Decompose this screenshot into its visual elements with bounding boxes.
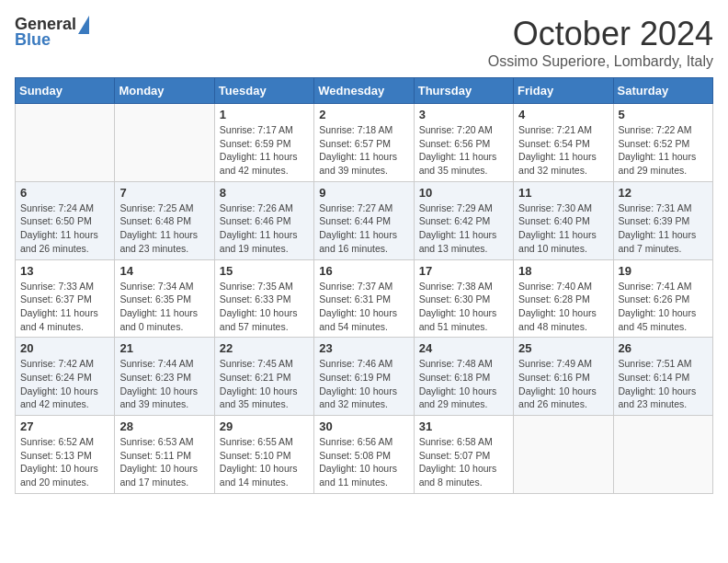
calendar-week-row: 27Sunrise: 6:52 AM Sunset: 5:13 PM Dayli… <box>16 416 713 494</box>
day-number: 3 <box>419 108 508 121</box>
calendar-day-cell: 19Sunrise: 7:41 AM Sunset: 6:26 PM Dayli… <box>613 259 712 338</box>
calendar-day-header: Tuesday <box>214 78 313 104</box>
calendar-day-header: Sunday <box>16 78 115 104</box>
day-info: Sunrise: 7:17 AM Sunset: 6:59 PM Dayligh… <box>220 123 309 178</box>
calendar-day-cell: 21Sunrise: 7:44 AM Sunset: 6:23 PM Dayli… <box>115 338 214 416</box>
day-info: Sunrise: 7:18 AM Sunset: 6:57 PM Dayligh… <box>319 123 408 178</box>
calendar-day-cell <box>115 104 214 182</box>
day-info: Sunrise: 6:55 AM Sunset: 5:10 PM Dayligh… <box>220 435 309 489</box>
day-info: Sunrise: 7:34 AM Sunset: 6:35 PM Dayligh… <box>119 280 209 334</box>
day-info: Sunrise: 7:21 AM Sunset: 6:54 PM Dayligh… <box>518 123 608 178</box>
calendar-day-cell: 23Sunrise: 7:46 AM Sunset: 6:19 PM Dayli… <box>314 338 414 416</box>
calendar-day-cell: 3Sunrise: 7:20 AM Sunset: 6:56 PM Daylig… <box>414 104 513 182</box>
day-number: 27 <box>20 419 109 433</box>
calendar-day-cell: 28Sunrise: 6:53 AM Sunset: 5:11 PM Dayli… <box>115 416 214 494</box>
day-number: 31 <box>419 419 508 433</box>
day-info: Sunrise: 7:41 AM Sunset: 6:26 PM Dayligh… <box>619 280 708 334</box>
day-info: Sunrise: 7:49 AM Sunset: 6:16 PM Dayligh… <box>518 357 608 411</box>
day-number: 29 <box>220 419 309 433</box>
calendar-day-cell: 22Sunrise: 7:45 AM Sunset: 6:21 PM Dayli… <box>214 338 313 416</box>
day-number: 25 <box>518 341 608 355</box>
day-number: 2 <box>319 108 408 121</box>
day-info: Sunrise: 7:46 AM Sunset: 6:19 PM Dayligh… <box>319 357 408 411</box>
day-info: Sunrise: 7:22 AM Sunset: 6:52 PM Dayligh… <box>619 123 708 178</box>
day-number: 16 <box>319 264 408 278</box>
calendar-day-cell: 1Sunrise: 7:17 AM Sunset: 6:59 PM Daylig… <box>214 104 313 182</box>
day-info: Sunrise: 7:20 AM Sunset: 6:56 PM Dayligh… <box>419 123 508 178</box>
day-info: Sunrise: 7:45 AM Sunset: 6:21 PM Dayligh… <box>220 357 309 411</box>
calendar-day-cell: 31Sunrise: 6:58 AM Sunset: 5:07 PM Dayli… <box>414 416 513 494</box>
calendar-header-row: SundayMondayTuesdayWednesdayThursdayFrid… <box>16 78 713 104</box>
day-info: Sunrise: 7:27 AM Sunset: 6:44 PM Dayligh… <box>319 201 408 256</box>
day-info: Sunrise: 7:40 AM Sunset: 6:28 PM Dayligh… <box>518 280 608 334</box>
day-info: Sunrise: 7:24 AM Sunset: 6:50 PM Dayligh… <box>20 201 109 256</box>
logo-blue: Blue <box>15 30 51 50</box>
calendar-day-cell: 15Sunrise: 7:35 AM Sunset: 6:33 PM Dayli… <box>214 259 313 338</box>
calendar-day-cell: 8Sunrise: 7:26 AM Sunset: 6:46 PM Daylig… <box>214 181 313 259</box>
day-info: Sunrise: 6:56 AM Sunset: 5:08 PM Dayligh… <box>319 435 408 489</box>
day-info: Sunrise: 7:51 AM Sunset: 6:14 PM Dayligh… <box>619 357 708 411</box>
calendar-day-cell <box>613 416 712 494</box>
calendar-day-cell: 4Sunrise: 7:21 AM Sunset: 6:54 PM Daylig… <box>514 104 613 182</box>
day-number: 22 <box>220 341 309 355</box>
day-number: 15 <box>220 264 309 278</box>
calendar-day-cell: 7Sunrise: 7:25 AM Sunset: 6:48 PM Daylig… <box>115 181 214 259</box>
day-info: Sunrise: 6:58 AM Sunset: 5:07 PM Dayligh… <box>419 435 508 489</box>
day-number: 18 <box>518 264 608 278</box>
calendar-day-cell: 11Sunrise: 7:30 AM Sunset: 6:40 PM Dayli… <box>514 181 613 259</box>
calendar-day-cell: 14Sunrise: 7:34 AM Sunset: 6:35 PM Dayli… <box>115 259 214 338</box>
day-number: 24 <box>419 341 508 355</box>
day-info: Sunrise: 7:48 AM Sunset: 6:18 PM Dayligh… <box>419 357 508 411</box>
calendar-week-row: 1Sunrise: 7:17 AM Sunset: 6:59 PM Daylig… <box>16 104 713 182</box>
calendar-day-cell: 27Sunrise: 6:52 AM Sunset: 5:13 PM Dayli… <box>16 416 115 494</box>
day-number: 5 <box>619 108 708 121</box>
calendar-day-cell: 26Sunrise: 7:51 AM Sunset: 6:14 PM Dayli… <box>613 338 712 416</box>
day-number: 7 <box>119 186 209 200</box>
day-number: 21 <box>119 341 209 355</box>
day-info: Sunrise: 7:38 AM Sunset: 6:30 PM Dayligh… <box>419 280 508 334</box>
day-info: Sunrise: 7:35 AM Sunset: 6:33 PM Dayligh… <box>220 280 309 334</box>
day-number: 4 <box>518 108 608 121</box>
month-title: October 2024 <box>488 15 713 53</box>
calendar-day-cell: 12Sunrise: 7:31 AM Sunset: 6:39 PM Dayli… <box>613 181 712 259</box>
calendar-table: SundayMondayTuesdayWednesdayThursdayFrid… <box>15 77 713 494</box>
calendar-day-header: Saturday <box>613 78 712 104</box>
calendar-day-cell: 30Sunrise: 6:56 AM Sunset: 5:08 PM Dayli… <box>314 416 414 494</box>
calendar-day-cell: 25Sunrise: 7:49 AM Sunset: 6:16 PM Dayli… <box>514 338 613 416</box>
calendar-day-cell: 20Sunrise: 7:42 AM Sunset: 6:24 PM Dayli… <box>16 338 115 416</box>
day-info: Sunrise: 6:53 AM Sunset: 5:11 PM Dayligh… <box>119 435 209 489</box>
day-number: 19 <box>619 264 708 278</box>
calendar-day-cell: 6Sunrise: 7:24 AM Sunset: 6:50 PM Daylig… <box>16 181 115 259</box>
calendar-day-cell: 9Sunrise: 7:27 AM Sunset: 6:44 PM Daylig… <box>314 181 414 259</box>
calendar-week-row: 20Sunrise: 7:42 AM Sunset: 6:24 PM Dayli… <box>16 338 713 416</box>
day-info: Sunrise: 7:37 AM Sunset: 6:31 PM Dayligh… <box>319 280 408 334</box>
logo: General Blue <box>15 15 89 50</box>
calendar-day-cell <box>514 416 613 494</box>
day-number: 6 <box>20 186 109 200</box>
day-number: 23 <box>319 341 408 355</box>
day-info: Sunrise: 7:29 AM Sunset: 6:42 PM Dayligh… <box>419 201 508 256</box>
day-number: 8 <box>220 186 309 200</box>
day-number: 28 <box>119 419 209 433</box>
calendar-day-header: Friday <box>514 78 613 104</box>
calendar-day-cell: 16Sunrise: 7:37 AM Sunset: 6:31 PM Dayli… <box>314 259 414 338</box>
day-number: 12 <box>619 186 708 200</box>
day-number: 13 <box>20 264 109 278</box>
day-info: Sunrise: 6:52 AM Sunset: 5:13 PM Dayligh… <box>20 435 109 489</box>
day-number: 17 <box>419 264 508 278</box>
calendar-day-cell: 10Sunrise: 7:29 AM Sunset: 6:42 PM Dayli… <box>414 181 513 259</box>
calendar-day-header: Monday <box>115 78 214 104</box>
day-number: 14 <box>119 264 209 278</box>
day-info: Sunrise: 7:25 AM Sunset: 6:48 PM Dayligh… <box>119 201 209 256</box>
calendar-day-cell: 18Sunrise: 7:40 AM Sunset: 6:28 PM Dayli… <box>514 259 613 338</box>
calendar-week-row: 13Sunrise: 7:33 AM Sunset: 6:37 PM Dayli… <box>16 259 713 338</box>
day-info: Sunrise: 7:30 AM Sunset: 6:40 PM Dayligh… <box>518 201 608 256</box>
day-number: 30 <box>319 419 408 433</box>
calendar-day-header: Thursday <box>414 78 513 104</box>
day-number: 11 <box>518 186 608 200</box>
day-number: 20 <box>20 341 109 355</box>
day-info: Sunrise: 7:31 AM Sunset: 6:39 PM Dayligh… <box>619 201 708 256</box>
day-number: 10 <box>419 186 508 200</box>
day-info: Sunrise: 7:42 AM Sunset: 6:24 PM Dayligh… <box>20 357 109 411</box>
page-header: General Blue October 2024 Ossimo Superio… <box>15 15 713 70</box>
